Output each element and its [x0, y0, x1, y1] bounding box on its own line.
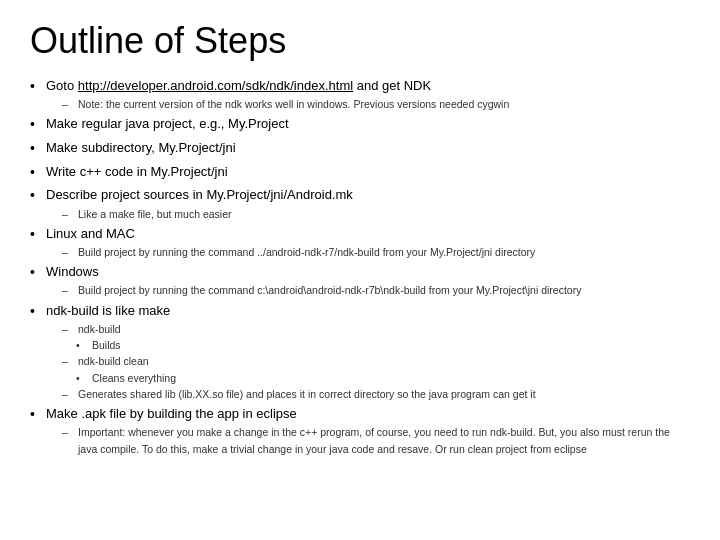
item-content: Make subdirectory, My.Project/jni: [46, 138, 690, 158]
bullet-icon: •: [30, 224, 46, 246]
item-text: Linux and MAC: [46, 226, 135, 241]
dash-icon: –: [62, 282, 78, 298]
sub-sub-item: • Builds: [46, 337, 690, 353]
sub-item: – Build project by running the command c…: [46, 282, 690, 298]
dash-icon: –: [62, 353, 78, 369]
item-text: Make subdirectory, My.Project/jni: [46, 140, 236, 155]
dash-icon: –: [62, 206, 78, 222]
sub-item: – ndk-build: [46, 321, 690, 337]
list-item: • Goto http://developer.android.com/sdk/…: [30, 76, 690, 112]
list-item: • Linux and MAC – Build project by runni…: [30, 224, 690, 260]
item-content: Make regular java project, e.g., My.Proj…: [46, 114, 690, 134]
sub-item: – ndk-build clean: [46, 353, 690, 369]
bullet-icon: •: [30, 185, 46, 207]
sub-text: ndk-build: [78, 321, 121, 337]
item-content: Make .apk file by building the app in ec…: [46, 404, 690, 457]
dash-icon: –: [62, 96, 78, 112]
sub-text: Build project by running the command c:\…: [78, 282, 581, 298]
item-content: Windows – Build project by running the c…: [46, 262, 690, 298]
sub-item: – Note: the current version of the ndk w…: [46, 96, 690, 112]
content-area: • Goto http://developer.android.com/sdk/…: [30, 76, 690, 457]
item-content: Goto http://developer.android.com/sdk/nd…: [46, 76, 690, 112]
list-item: • Windows – Build project by running the…: [30, 262, 690, 298]
bullet-icon: •: [30, 262, 46, 284]
item-content: Describe project sources in My.Project/j…: [46, 185, 690, 221]
bullet-icon: •: [30, 301, 46, 323]
sub-text: Note: the current version of the ndk wor…: [78, 96, 509, 112]
sub-item: – Generates shared lib (lib.XX.so file) …: [46, 386, 690, 402]
main-list: • Goto http://developer.android.com/sdk/…: [30, 76, 690, 457]
sub-item: – Important: whenever you make a change …: [46, 424, 690, 457]
item-text: Make regular java project, e.g., My.Proj…: [46, 116, 289, 131]
list-item: • Make subdirectory, My.Project/jni: [30, 138, 690, 160]
dash-icon: –: [62, 424, 78, 440]
bullet-icon: •: [30, 76, 46, 98]
sub-text: Build project by running the command ../…: [78, 244, 535, 260]
sub-text: Important: whenever you make a change in…: [78, 424, 690, 457]
list-item: • Write c++ code in My.Project/jni: [30, 162, 690, 184]
sub-text: Like a make file, but much easier: [78, 206, 232, 222]
bullet-icon: •: [30, 404, 46, 426]
sub-text: ndk-build clean: [78, 353, 149, 369]
dash-icon: –: [62, 244, 78, 260]
dot-icon: •: [76, 370, 92, 386]
sub-item: – Build project by running the command .…: [46, 244, 690, 260]
sub-item: – Like a make file, but much easier: [46, 206, 690, 222]
dash-icon: –: [62, 386, 78, 402]
dash-icon: –: [62, 321, 78, 337]
bullet-icon: •: [30, 138, 46, 160]
list-item: • Describe project sources in My.Project…: [30, 185, 690, 221]
ndk-link[interactable]: http://developer.android.com/sdk/ndk/ind…: [78, 78, 353, 93]
list-item: • Make .apk file by building the app in …: [30, 404, 690, 457]
page-title: Outline of Steps: [30, 20, 690, 62]
item-content: ndk-build is like make – ndk-build • Bui…: [46, 301, 690, 402]
item-content: Write c++ code in My.Project/jni: [46, 162, 690, 182]
dot-icon: •: [76, 337, 92, 353]
sub-sub-text: Builds: [92, 337, 121, 353]
sub-sub-text: Cleans everything: [92, 370, 176, 386]
item-text: Make .apk file by building the app in ec…: [46, 406, 297, 421]
item-text: Windows: [46, 264, 99, 279]
list-item: • ndk-build is like make – ndk-build • B…: [30, 301, 690, 402]
bullet-icon: •: [30, 114, 46, 136]
item-text: Describe project sources in My.Project/j…: [46, 187, 353, 202]
item-text: ndk-build is like make: [46, 303, 170, 318]
item-text: Goto http://developer.android.com/sdk/nd…: [46, 78, 431, 93]
item-text: Write c++ code in My.Project/jni: [46, 164, 228, 179]
item-content: Linux and MAC – Build project by running…: [46, 224, 690, 260]
sub-sub-item: • Cleans everything: [46, 370, 690, 386]
sub-text: Generates shared lib (lib.XX.so file) an…: [78, 386, 536, 402]
list-item: • Make regular java project, e.g., My.Pr…: [30, 114, 690, 136]
bullet-icon: •: [30, 162, 46, 184]
